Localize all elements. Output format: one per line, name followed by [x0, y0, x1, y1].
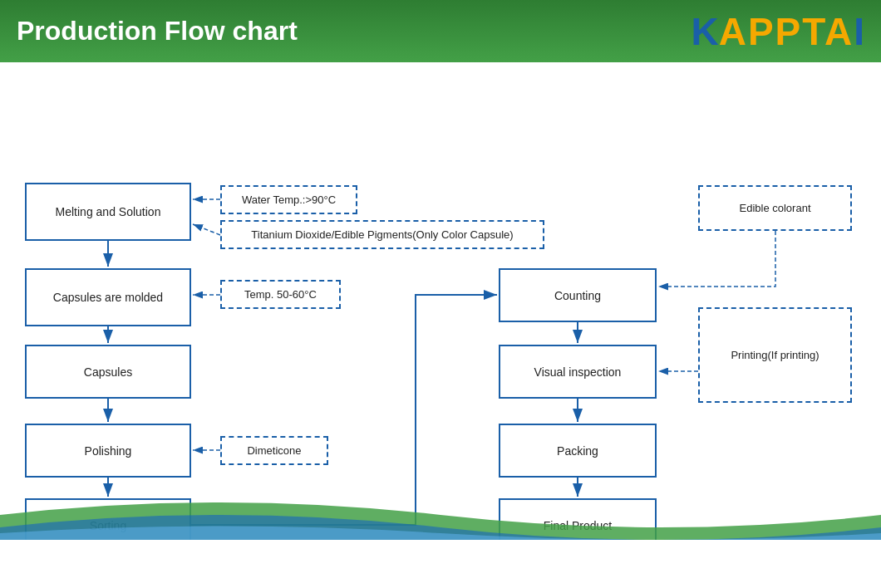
- printing-label: Printing(If printing): [731, 349, 819, 361]
- svg-line-8: [193, 224, 220, 235]
- logo: K APPTA I: [691, 8, 864, 54]
- main-content: Melting and Solution Water Temp.:>90°C T…: [0, 62, 881, 540]
- polishing-label: Polishing: [85, 444, 132, 458]
- logo-i: I: [854, 9, 864, 54]
- box-titanium: Titanium Dioxide/Edible Pigments(Only Co…: [220, 220, 544, 249]
- packing-label: Packing: [557, 444, 598, 458]
- box-temp: Temp. 50-60°C: [220, 280, 341, 309]
- visual-label: Visual inspection: [534, 365, 622, 379]
- box-packing: Packing: [499, 424, 657, 478]
- logo-k: K: [691, 9, 718, 54]
- capsules-molded-label: Capsules are molded: [53, 291, 163, 304]
- box-capsules: Capsules: [25, 345, 191, 399]
- melting-label: Melting and Solution: [56, 205, 161, 218]
- box-melting: Melting and Solution: [25, 183, 191, 241]
- logo-text: APPTA: [719, 9, 854, 54]
- box-visual: Visual inspection: [499, 345, 657, 399]
- dimeticone-label: Dimeticone: [247, 444, 301, 457]
- capsules-label: Capsules: [84, 365, 132, 379]
- titanium-label: Titanium Dioxide/Edible Pigments(Only Co…: [251, 228, 513, 241]
- counting-label: Counting: [554, 289, 601, 302]
- box-water-temp: Water Temp.:>90°C: [220, 185, 357, 214]
- box-dimeticone: Dimeticone: [220, 436, 328, 465]
- box-edible-colorant: Edible colorant: [698, 185, 852, 231]
- footer-wave: [0, 490, 881, 540]
- water-temp-label: Water Temp.:>90°C: [242, 194, 336, 206]
- page-title: Production Flow chart: [17, 16, 298, 47]
- box-printing: Printing(If printing): [698, 307, 852, 403]
- temp-label: Temp. 50-60°C: [244, 288, 317, 301]
- box-polishing: Polishing: [25, 424, 191, 478]
- box-capsules-molded: Capsules are molded: [25, 268, 191, 326]
- header: Production Flow chart K APPTA I: [0, 0, 881, 62]
- box-counting: Counting: [499, 268, 657, 322]
- edible-colorant-label: Edible colorant: [740, 202, 811, 214]
